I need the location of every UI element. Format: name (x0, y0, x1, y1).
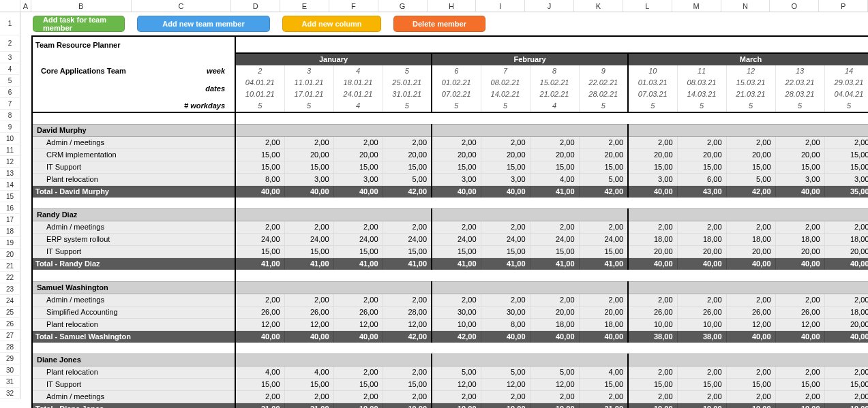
hours-cell[interactable]: 2,00 (775, 391, 824, 403)
task-label[interactable]: IT Support (37, 246, 235, 258)
hours-cell[interactable]: 30,00 (481, 306, 530, 318)
task-label[interactable]: Plant relocation (37, 366, 235, 379)
hours-cell[interactable]: 3,00 (333, 173, 383, 185)
hours-cell[interactable]: 4,00 (284, 366, 333, 379)
hours-cell[interactable]: 2,00 (824, 391, 868, 403)
hours-cell[interactable]: 2,00 (481, 136, 530, 148)
hours-cell[interactable]: 2,00 (579, 391, 628, 403)
hours-cell[interactable]: 3,00 (432, 173, 481, 185)
col-header-K[interactable]: K (574, 0, 623, 12)
hours-cell[interactable]: 20,00 (530, 148, 579, 161)
row-header-20[interactable]: 20 (0, 249, 20, 260)
hours-cell[interactable]: 15,00 (333, 379, 383, 391)
hours-cell[interactable]: 2,00 (530, 294, 579, 306)
task-label[interactable]: ERP system rollout (37, 234, 235, 246)
hours-cell[interactable]: 2,00 (284, 136, 333, 148)
hours-cell[interactable]: 5,00 (383, 173, 432, 185)
hours-cell[interactable]: 20,00 (579, 148, 628, 161)
hours-cell[interactable]: 2,00 (481, 294, 530, 306)
hours-cell[interactable]: 15,00 (432, 161, 481, 173)
row-header-22[interactable]: 22 (0, 272, 20, 283)
week-number[interactable]: 3 (284, 65, 333, 77)
hours-cell[interactable]: 24,00 (579, 234, 628, 246)
hours-cell[interactable]: 26,00 (628, 306, 677, 318)
hours-cell[interactable]: 12,00 (284, 318, 333, 330)
hours-cell[interactable]: 3,00 (824, 173, 868, 185)
hours-cell[interactable]: 10,00 (432, 318, 481, 330)
hours-cell[interactable]: 6,00 (677, 173, 726, 185)
hours-cell[interactable]: 2,00 (824, 136, 868, 148)
week-number[interactable]: 14 (824, 65, 868, 77)
task-label[interactable]: Plant relocation (37, 318, 235, 330)
col-header-C[interactable]: C (132, 0, 232, 12)
hours-cell[interactable]: 12,00 (333, 318, 383, 330)
hours-cell[interactable]: 15,00 (284, 379, 333, 391)
hours-cell[interactable]: 18,00 (824, 306, 868, 318)
hours-cell[interactable]: 15,00 (579, 161, 628, 173)
col-header-H[interactable]: H (428, 0, 477, 12)
row-header-9[interactable]: 9 (0, 121, 20, 133)
hours-cell[interactable]: 2,00 (235, 221, 284, 234)
hours-cell[interactable]: 2,00 (333, 294, 383, 306)
hours-cell[interactable]: 20,00 (677, 246, 726, 258)
hours-cell[interactable]: 15,00 (579, 246, 628, 258)
hours-cell[interactable]: 2,00 (579, 136, 628, 148)
hours-cell[interactable]: 2,00 (284, 391, 333, 403)
hours-cell[interactable]: 20,00 (726, 148, 775, 161)
hours-cell[interactable]: 26,00 (726, 306, 775, 318)
hours-cell[interactable]: 15,00 (235, 148, 284, 161)
hours-cell[interactable]: 18,00 (726, 234, 775, 246)
hours-cell[interactable]: 15,00 (775, 379, 824, 391)
week-number[interactable]: 8 (530, 65, 579, 77)
task-label[interactable]: Plant relocation (37, 173, 235, 185)
week-number[interactable]: 5 (383, 65, 432, 77)
hours-cell[interactable]: 15,00 (726, 161, 775, 173)
col-header-P[interactable]: P (819, 0, 868, 12)
planner-grid[interactable]: Team Resource PlannerJanuaryFebruaryMarc… (33, 37, 868, 408)
col-header-I[interactable]: I (476, 0, 525, 12)
hours-cell[interactable]: 5,00 (726, 173, 775, 185)
hours-cell[interactable]: 24,00 (333, 234, 383, 246)
week-number[interactable]: 12 (726, 65, 775, 77)
hours-cell[interactable]: 2,00 (530, 221, 579, 234)
week-number[interactable]: 9 (579, 65, 628, 77)
hours-cell[interactable]: 2,00 (726, 391, 775, 403)
hours-cell[interactable]: 2,00 (726, 366, 775, 379)
hours-cell[interactable]: 12,00 (432, 379, 481, 391)
hours-cell[interactable]: 15,00 (677, 161, 726, 173)
task-label[interactable]: Admin / meetings (37, 221, 235, 234)
person-header[interactable]: Samuel Washington (33, 281, 235, 294)
hours-cell[interactable]: 26,00 (333, 306, 383, 318)
hours-cell[interactable]: 10,00 (628, 318, 677, 330)
hours-cell[interactable]: 15,00 (824, 161, 868, 173)
hours-cell[interactable]: 4,00 (235, 366, 284, 379)
hours-cell[interactable]: 15,00 (333, 246, 383, 258)
week-number[interactable]: 6 (432, 65, 481, 77)
hours-cell[interactable]: 12,00 (530, 379, 579, 391)
hours-cell[interactable]: 2,00 (235, 391, 284, 403)
col-header-J[interactable]: J (525, 0, 574, 12)
delete-member-button[interactable]: Delete member (393, 16, 485, 32)
col-header-E[interactable]: E (280, 0, 329, 12)
hours-cell[interactable]: 2,00 (284, 294, 333, 306)
hours-cell[interactable]: 2,00 (383, 366, 432, 379)
hours-cell[interactable]: 18,00 (677, 234, 726, 246)
col-header-G[interactable]: G (378, 0, 428, 12)
hours-cell[interactable]: 20,00 (284, 148, 333, 161)
row-header-2[interactable]: 2 (0, 35, 20, 52)
task-label[interactable]: IT Support (37, 161, 235, 173)
hours-cell[interactable]: 20,00 (628, 148, 677, 161)
row-header-29[interactable]: 29 (0, 353, 20, 364)
person-header[interactable]: David Murphy (33, 124, 235, 136)
hours-cell[interactable]: 2,00 (628, 391, 677, 403)
hours-cell[interactable]: 20,00 (333, 148, 383, 161)
hours-cell[interactable]: 15,00 (530, 161, 579, 173)
hours-cell[interactable]: 4,00 (530, 173, 579, 185)
hours-cell[interactable]: 2,00 (775, 294, 824, 306)
task-label[interactable]: Simplified Accounting (37, 306, 235, 318)
hours-cell[interactable]: 15,00 (383, 161, 432, 173)
col-header-A[interactable]: A (20, 0, 31, 12)
row-header-18[interactable]: 18 (0, 225, 20, 237)
week-number[interactable]: 11 (677, 65, 726, 77)
task-label[interactable]: CRM implementation (37, 148, 235, 161)
